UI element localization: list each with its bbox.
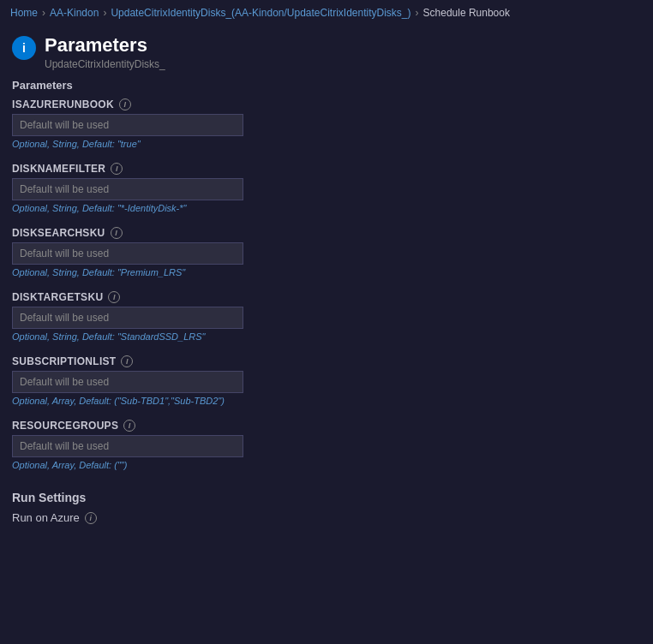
- breadcrumb-separator-2: ›: [416, 7, 419, 19]
- param-input-resourcegroups[interactable]: [12, 435, 243, 457]
- run-on-info-icon[interactable]: i: [85, 512, 97, 524]
- param-input-disknamefilter[interactable]: [12, 178, 243, 200]
- param-label-text-subscriptionlist: SUBSCRIPTIONLIST: [12, 355, 116, 367]
- run-on-azure-label: Run on Azure: [12, 511, 80, 524]
- param-input-disksearchsku[interactable]: [12, 242, 243, 265]
- param-label-subscriptionlist: SUBSCRIPTIONLISTi: [12, 355, 641, 367]
- param-input-disktargetsku[interactable]: [12, 307, 243, 329]
- breadcrumb-separator-1: ›: [103, 7, 106, 19]
- page-header: i Parameters UpdateCitrixIdentityDisks_: [0, 26, 653, 75]
- param-input-isazurerunbook[interactable]: [12, 114, 243, 136]
- param-label-text-resourcegroups: RESOURCEGROUPS: [12, 420, 118, 432]
- param-block-resourcegroups: RESOURCEGROUPSiOptional, Array, Default:…: [12, 420, 641, 470]
- breadcrumb-separator-0: ›: [42, 7, 45, 19]
- parameters-container: ISAZURERUNBOOKiOptional, String, Default…: [0, 98, 653, 470]
- param-info-icon-isazurerunbook[interactable]: i: [119, 98, 131, 110]
- param-label-disknamefilter: DISKNAMEFILTERi: [12, 163, 641, 175]
- run-settings-title: Run Settings: [0, 484, 653, 508]
- param-hint-isazurerunbook: Optional, String, Default: "true": [12, 139, 641, 149]
- page-subtitle: UpdateCitrixIdentityDisks_: [45, 58, 165, 70]
- param-block-disktargetsku: DISKTARGETSKUiOptional, String, Default:…: [12, 291, 641, 342]
- run-on-row: Run on Azure i: [0, 508, 653, 528]
- param-info-icon-disktargetsku[interactable]: i: [108, 291, 120, 303]
- param-label-disksearchsku: DISKSEARCHSKUi: [12, 227, 641, 239]
- param-label-resourcegroups: RESOURCEGROUPSi: [12, 420, 641, 432]
- parameters-section-label: Parameters: [0, 75, 653, 98]
- breadcrumb: Home›AA-Kindon›UpdateCitrixIdentityDisks…: [0, 0, 653, 26]
- param-hint-resourcegroups: Optional, Array, Default: (""): [12, 460, 641, 470]
- param-hint-disknamefilter: Optional, String, Default: "*-IdentityDi…: [12, 203, 641, 213]
- breadcrumb-item-2[interactable]: UpdateCitrixIdentityDisks_(AA-Kindon/Upd…: [111, 7, 410, 19]
- param-label-disktargetsku: DISKTARGETSKUi: [12, 291, 641, 303]
- param-label-text-isazurerunbook: ISAZURERUNBOOK: [12, 98, 114, 110]
- param-block-isazurerunbook: ISAZURERUNBOOKiOptional, String, Default…: [12, 98, 641, 149]
- breadcrumb-item-1[interactable]: AA-Kindon: [50, 7, 99, 19]
- param-block-disknamefilter: DISKNAMEFILTERiOptional, String, Default…: [12, 163, 641, 213]
- param-info-icon-disksearchsku[interactable]: i: [111, 227, 123, 239]
- param-block-subscriptionlist: SUBSCRIPTIONLISTiOptional, Array, Defaul…: [12, 355, 641, 406]
- breadcrumb-item-0[interactable]: Home: [10, 7, 38, 19]
- param-info-icon-subscriptionlist[interactable]: i: [121, 355, 133, 367]
- param-hint-disktargetsku: Optional, String, Default: "StandardSSD_…: [12, 331, 641, 342]
- param-block-disksearchsku: DISKSEARCHSKUiOptional, String, Default:…: [12, 227, 641, 277]
- param-label-text-disktargetsku: DISKTARGETSKU: [12, 291, 103, 303]
- param-label-isazurerunbook: ISAZURERUNBOOKi: [12, 98, 641, 110]
- param-info-icon-disknamefilter[interactable]: i: [111, 163, 123, 175]
- header-icon: i: [12, 36, 36, 60]
- page-title: Parameters: [45, 34, 165, 57]
- param-input-subscriptionlist[interactable]: [12, 371, 243, 393]
- breadcrumb-item-3: Schedule Runbook: [423, 7, 510, 19]
- param-label-text-disksearchsku: DISKSEARCHSKU: [12, 227, 105, 239]
- param-hint-subscriptionlist: Optional, Array, Default: ("Sub-TBD1","S…: [12, 396, 641, 406]
- param-info-icon-resourcegroups[interactable]: i: [123, 420, 135, 432]
- param-hint-disksearchsku: Optional, String, Default: "Premium_LRS": [12, 267, 641, 277]
- param-label-text-disknamefilter: DISKNAMEFILTER: [12, 163, 105, 175]
